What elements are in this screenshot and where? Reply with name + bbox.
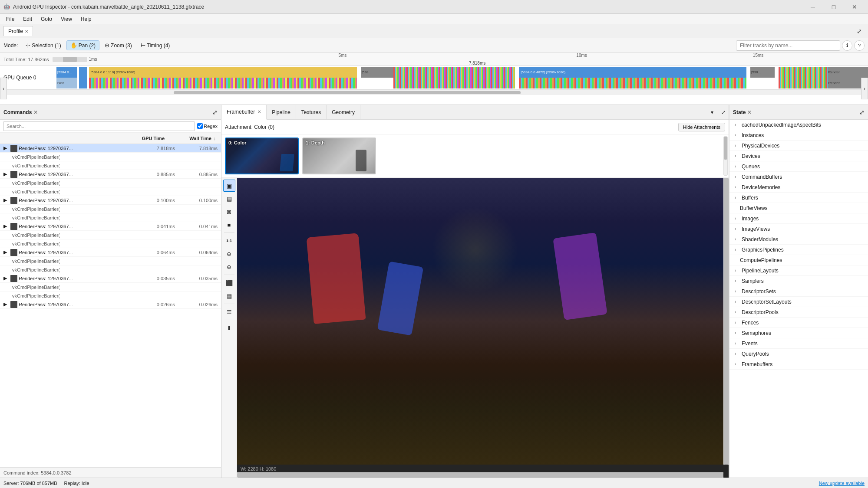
- table-row[interactable]: vkCmdPipelineBarrier(: [0, 257, 221, 265]
- framebuffer-overflow-button[interactable]: ▾: [707, 107, 717, 118]
- table-row[interactable]: vkCmdPipelineBarrier(: [0, 179, 221, 187]
- timeline-scrollbar[interactable]: [0, 90, 868, 95]
- filter-input[interactable]: [736, 40, 840, 51]
- info-button[interactable]: ℹ: [842, 40, 852, 51]
- profile-tab[interactable]: Profile ✕: [3, 26, 33, 36]
- tab-pipeline[interactable]: Pipeline: [267, 105, 296, 120]
- state-item-image-views[interactable]: › ImageViews: [729, 224, 868, 234]
- menu-edit[interactable]: Edit: [19, 15, 36, 23]
- commands-list[interactable]: ▶ RenderPass: 12970367... 7.818ms 7.818m…: [0, 144, 221, 467]
- tool-dark-button[interactable]: ⬛: [223, 277, 235, 289]
- state-item-pipeline-layouts[interactable]: › PipelineLayouts: [729, 265, 868, 276]
- state-item-samplers[interactable]: › Samplers: [729, 276, 868, 286]
- commands-close-button[interactable]: ✕: [33, 109, 38, 115]
- mode-selection[interactable]: ⊹ Selection (1): [22, 41, 64, 50]
- state-item-fences[interactable]: › Fences: [729, 318, 868, 328]
- state-item-graphics-pipelines[interactable]: › GraphicsPipelines: [729, 245, 868, 255]
- table-row[interactable]: vkCmdPipelineBarrier(: [0, 187, 221, 196]
- framebuffer-close-button[interactable]: ✕: [257, 109, 261, 114]
- state-item-events[interactable]: › Events: [729, 338, 868, 349]
- state-item-physical-devices[interactable]: › PhysicalDevices: [729, 141, 868, 151]
- state-item-cachedUnpacked[interactable]: › cachedUnpackedImageAspectBits: [729, 120, 868, 130]
- table-row[interactable]: ▶ RenderPass: 12970367... 0.885ms 0.885m…: [0, 170, 221, 179]
- table-row[interactable]: vkCmdPipelineBarrier(: [0, 239, 221, 248]
- menu-help[interactable]: Help: [76, 15, 96, 23]
- regex-checkbox[interactable]: Regex: [197, 123, 218, 129]
- table-row[interactable]: ▶ RenderPass: 12970367... 0.035ms 0.035m…: [0, 274, 221, 283]
- hide-attachments-button[interactable]: Hide Attachments: [678, 123, 725, 131]
- state-item-shader-modules[interactable]: › ShaderModules: [729, 234, 868, 245]
- table-row[interactable]: ▶ RenderPass: 12970367... 0.064ms 0.064m…: [0, 248, 221, 257]
- close-button[interactable]: ✕: [845, 0, 865, 14]
- mode-pan[interactable]: ✋ Pan (2): [66, 40, 99, 50]
- color-thumbnail[interactable]: 0: Color: [225, 138, 299, 174]
- table-row[interactable]: vkCmdPipelineBarrier(: [0, 213, 221, 222]
- help-button[interactable]: ?: [854, 40, 865, 51]
- menu-goto[interactable]: Goto: [36, 15, 56, 23]
- gpu-queue-track[interactable]: [5384 0... Binn... [5384 0 0 1110] (2280…: [56, 67, 868, 88]
- state-item-framebuffers[interactable]: › Framebuffers: [729, 359, 868, 370]
- table-row[interactable]: ▶ RenderPass: 12970367... 0.100ms 0.100m…: [0, 196, 221, 205]
- state-item-query-pools[interactable]: › QueryPools: [729, 349, 868, 359]
- tool-select-button[interactable]: ▣: [223, 180, 235, 192]
- table-row[interactable]: vkCmdPipelineBarrier(: [0, 291, 221, 300]
- state-item-queues[interactable]: › Queues: [729, 161, 868, 172]
- table-row[interactable]: ▶ RenderPass: 12970367... 7.818ms 7.818m…: [0, 144, 221, 153]
- state-item-command-buffers[interactable]: › CommandBuffers: [729, 172, 868, 182]
- menu-view[interactable]: View: [56, 15, 76, 23]
- tool-crop2-button[interactable]: ⊠: [223, 206, 235, 218]
- state-item-device-memories[interactable]: › DeviceMemories: [729, 182, 868, 193]
- table-row[interactable]: vkCmdPipelineBarrier(: [0, 231, 221, 239]
- state-item-descriptor-set-layouts[interactable]: › DescriptorSetLayouts: [729, 297, 868, 307]
- state-item-devices[interactable]: › Devices: [729, 151, 868, 161]
- tool-zoom-out-button[interactable]: ⊖: [223, 248, 235, 260]
- table-row[interactable]: vkCmdPipelineBarrier(: [0, 283, 221, 291]
- state-expand-button[interactable]: ⤢: [859, 109, 865, 116]
- tool-solid-button[interactable]: ■: [223, 219, 235, 231]
- state-item-instances[interactable]: › Instances: [729, 130, 868, 141]
- tool-crop-button[interactable]: ▤: [223, 193, 235, 205]
- maximize-button[interactable]: □: [824, 0, 844, 14]
- image-vscrollbar[interactable]: [723, 178, 729, 465]
- timeline-scrollbar-thumb[interactable]: [174, 91, 521, 94]
- tool-grid-button[interactable]: ▦: [223, 290, 235, 302]
- framebuffer-expand-button[interactable]: ⤢: [718, 107, 729, 118]
- table-row[interactable]: vkCmdPipelineBarrier(: [0, 265, 221, 274]
- state-list[interactable]: › cachedUnpackedImageAspectBits › Instan…: [729, 120, 868, 478]
- state-item-images[interactable]: › Images: [729, 213, 868, 224]
- profile-tab-close[interactable]: ✕: [25, 29, 28, 34]
- state-item-buffer-views[interactable]: BufferViews: [729, 203, 868, 213]
- tool-zoom-in-button[interactable]: ⊕: [223, 261, 235, 273]
- table-row[interactable]: ▶ RenderPass: 12970367... 0.026ms 0.026m…: [0, 300, 221, 309]
- tab-geometry[interactable]: Geometry: [327, 105, 360, 120]
- timeline-scroll-right[interactable]: ›: [861, 78, 868, 99]
- state-item-compute-pipelines[interactable]: ComputePipelines: [729, 255, 868, 265]
- state-item-semaphores[interactable]: › Semaphores: [729, 328, 868, 338]
- image-hscrollbar[interactable]: [237, 472, 723, 478]
- tab-textures[interactable]: Textures: [296, 105, 327, 120]
- thumbnails-scrollbar[interactable]: [723, 136, 728, 176]
- update-link[interactable]: New update available: [819, 481, 865, 486]
- profile-expand-button[interactable]: ⤢: [854, 26, 865, 36]
- state-close-button[interactable]: ✕: [747, 109, 752, 115]
- tool-panel-button[interactable]: ☰: [223, 306, 235, 318]
- timeline-slider[interactable]: [53, 57, 87, 62]
- state-item-descriptor-sets[interactable]: › DescriptorSets: [729, 286, 868, 297]
- table-row[interactable]: vkCmdPipelineBarrier(: [0, 161, 221, 170]
- tool-fit-button[interactable]: 1:1: [223, 235, 235, 247]
- depth-thumbnail[interactable]: 1: Depth: [302, 138, 376, 174]
- mode-timing[interactable]: ⊢ Timing (4): [137, 41, 174, 50]
- mode-zoom[interactable]: ⊕ Zoom (3): [101, 41, 135, 50]
- table-row[interactable]: vkCmdPipelineBarrier(: [0, 205, 221, 213]
- state-item-buffers[interactable]: › Buffers: [729, 193, 868, 203]
- timeline-scroll-left[interactable]: ‹: [0, 78, 7, 99]
- tab-framebuffer[interactable]: Framebuffer ✕: [221, 105, 267, 120]
- state-item-descriptor-pools[interactable]: › DescriptorPools: [729, 307, 868, 318]
- menu-file[interactable]: File: [2, 15, 19, 23]
- table-row[interactable]: vkCmdPipelineBarrier(: [0, 153, 221, 161]
- table-row[interactable]: ▶ RenderPass: 12970367... 0.041ms 0.041m…: [0, 222, 221, 231]
- commands-search-input[interactable]: [3, 121, 195, 131]
- tool-export-button[interactable]: ⬇: [223, 322, 235, 334]
- minimize-button[interactable]: ─: [803, 0, 823, 14]
- commands-expand-button[interactable]: ⤢: [212, 109, 218, 116]
